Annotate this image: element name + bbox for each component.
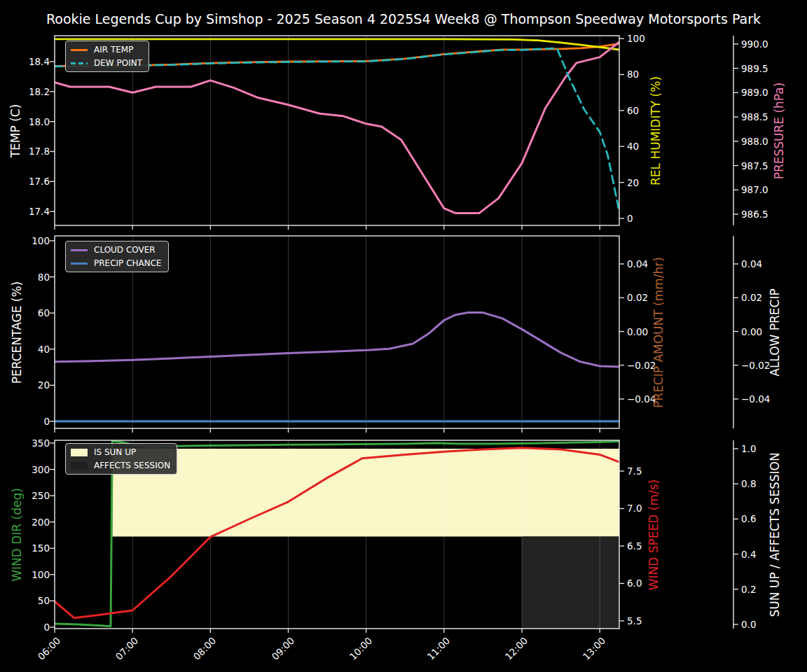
y-tick-label: 18.0 bbox=[18, 116, 50, 127]
y-tick-label: 989.5 bbox=[741, 63, 778, 74]
axis-label-hum: REL HUMIDITY (%) bbox=[649, 76, 663, 185]
legend-swatch bbox=[71, 449, 88, 456]
series-cloud-cover bbox=[55, 313, 619, 367]
legend-label: PRECIP CHANCE bbox=[94, 258, 162, 268]
y-tick-label: 300 bbox=[18, 464, 50, 475]
legend-panel-1: AIR TEMPDEW POINT bbox=[65, 41, 149, 72]
y-tick-label: 7.5 bbox=[627, 465, 663, 477]
legend-swatch bbox=[71, 249, 88, 251]
legend-label: IS SUN UP bbox=[94, 447, 136, 457]
axis-label-spd: WIND SPEED (m/s) bbox=[647, 479, 661, 589]
legend-label: CLOUD COVER bbox=[94, 245, 156, 255]
series-dew-point bbox=[55, 48, 619, 211]
y-tick-label: 18.4 bbox=[18, 56, 50, 67]
y-tick-label: 990.0 bbox=[741, 38, 778, 50]
legend-swatch bbox=[71, 262, 88, 265]
legend-item-precip-chance: PRECIP CHANCE bbox=[71, 258, 162, 268]
legend-item-cloud-cover: CLOUD COVER bbox=[71, 245, 162, 255]
legend-swatch bbox=[71, 62, 88, 64]
legend-item-affects-session: AFFECTS SESSION bbox=[71, 461, 170, 470]
legend-swatch bbox=[71, 462, 88, 470]
axis-label-pct: PERCENTAGE (%) bbox=[10, 281, 24, 383]
legend-item-is-sun-up: IS SUN UP bbox=[71, 447, 170, 457]
y-tick-label: 18.2 bbox=[18, 86, 50, 97]
legend-label: AFFECTS SESSION bbox=[94, 461, 170, 470]
weather-forecast-figure: Rookie Legends Cup by Simshop - 2025 Sea… bbox=[0, 0, 807, 672]
legend-item-dew-point: DEW POINT bbox=[71, 58, 142, 68]
legend-label: DEW POINT bbox=[94, 58, 142, 68]
y-tick-label: 987.0 bbox=[741, 184, 778, 195]
legend-item-air-temp: AIR TEMP bbox=[71, 45, 142, 55]
legend-swatch bbox=[71, 49, 88, 51]
y-tick-label: 350 bbox=[18, 438, 50, 449]
legend-label: AIR TEMP bbox=[94, 45, 133, 55]
legend-panel-2: CLOUD COVERPRECIP CHANCE bbox=[65, 241, 169, 272]
y-tick-label: 0 bbox=[18, 416, 50, 427]
axis-label-dir: WIND DIR (deg) bbox=[10, 488, 24, 582]
fill-affects-session bbox=[522, 536, 619, 629]
y-tick-label: 100 bbox=[18, 235, 50, 246]
axis-label-temp: TEMP (C) bbox=[8, 104, 22, 158]
axis-label-amt: PRECIP AMOUNT (mm/hr) bbox=[651, 257, 665, 408]
y-tick-label: 17.8 bbox=[18, 146, 50, 157]
axis-label-press: PRESSURE (hPa) bbox=[772, 82, 786, 179]
axis-label-sun: SUN UP / AFFECTS SESSION bbox=[768, 452, 782, 617]
y-tick-label: 0 bbox=[18, 622, 50, 633]
y-tick-label: 0 bbox=[627, 213, 663, 224]
y-tick-label: −0.04 bbox=[741, 393, 778, 405]
y-tick-label: 986.5 bbox=[741, 209, 778, 220]
legend-panel-3: IS SUN UPAFFECTS SESSION bbox=[65, 443, 177, 475]
y-tick-label: 0.0 bbox=[741, 619, 778, 630]
axis-label-allow: ALLOW PRECIP bbox=[768, 288, 782, 377]
fill-is-sun-up bbox=[112, 449, 619, 537]
y-tick-label: 17.6 bbox=[18, 176, 50, 187]
y-tick-label: 50 bbox=[18, 595, 50, 606]
y-tick-label: 0.04 bbox=[741, 258, 778, 270]
y-tick-label: 17.4 bbox=[18, 206, 50, 217]
y-tick-label: 100 bbox=[627, 33, 663, 44]
forecast-chart bbox=[0, 0, 807, 672]
y-tick-label: 5.5 bbox=[627, 615, 663, 626]
